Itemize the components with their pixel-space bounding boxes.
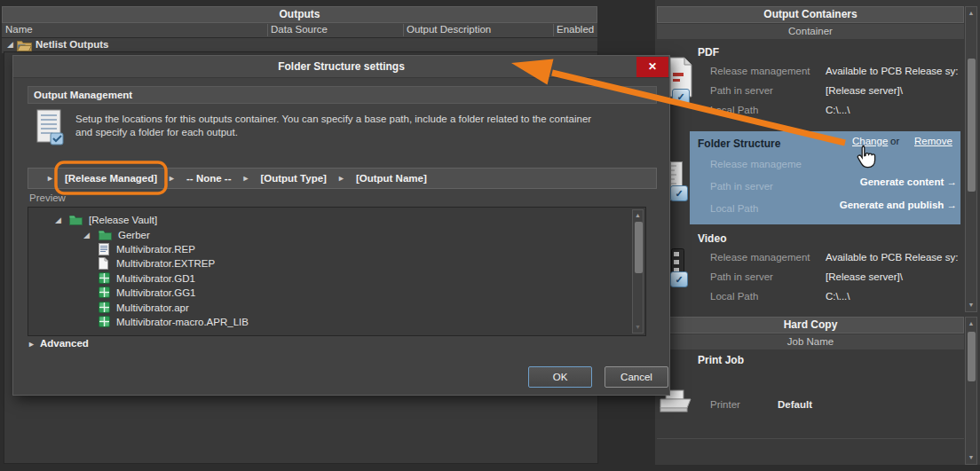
gerber-file-icon <box>99 316 110 331</box>
video-release-management-value[interactable]: Available to PCB Release sy: <box>826 252 958 263</box>
advanced-expander[interactable]: ►Advanced <box>28 338 89 349</box>
chevron-right-icon[interactable]: ► <box>337 174 345 183</box>
outputs-panel-header: Outputs <box>2 6 597 23</box>
scrollbar-thumb[interactable] <box>968 59 976 192</box>
video-release-management-label: Release management <box>710 252 810 263</box>
scroll-up-icon[interactable]: ▲ <box>966 318 976 329</box>
scrollbar-thumb[interactable] <box>968 332 976 381</box>
tree-item-gg1[interactable]: Multivibrator.GG1 <box>28 286 645 300</box>
dialog-description: Setup the locations for this outputs con… <box>75 113 644 139</box>
chevron-right-icon: ► <box>28 340 36 349</box>
chevron-right-icon[interactable]: ► <box>168 174 176 183</box>
scroll-up-icon[interactable]: ▲ <box>633 210 643 221</box>
tree-item-label: Multivibrator.GD1 <box>116 271 195 286</box>
outputs-row-label: Netlist Outputs <box>36 39 108 50</box>
description-line-2: and specify a folder for each output. <box>75 126 644 139</box>
expander-icon[interactable]: ◢ <box>83 228 90 242</box>
scroll-down-icon[interactable]: ▼ <box>966 300 976 310</box>
tree-item-gd1[interactable]: Multivibrator.GD1 <box>28 271 645 286</box>
description-line-1: Setup the locations for this outputs con… <box>75 113 644 126</box>
containers-scrollbar[interactable]: ▲ ▼ <box>965 6 977 312</box>
video-path-in-server-value[interactable]: [Release server]\ <box>826 271 903 282</box>
path-segment-release-managed[interactable]: [Release Managed] <box>65 173 157 184</box>
tree-item-label: Gerber <box>118 228 150 242</box>
video-path-in-server-label: Path in server <box>710 271 773 282</box>
divider <box>657 438 964 439</box>
gerber-file-icon <box>99 287 110 302</box>
pdf-local-path-label: Local Path <box>710 105 758 115</box>
video-section-title[interactable]: Video <box>698 232 726 245</box>
scroll-up-icon[interactable]: ▲ <box>966 8 976 19</box>
advanced-label: Advanced <box>40 338 89 349</box>
folder-icon <box>69 214 83 229</box>
hard-copy-scrollbar[interactable]: ▲ ▼ <box>965 317 977 465</box>
scroll-down-icon[interactable]: ▼ <box>966 452 976 463</box>
tree-item-label: Multivibrator-macro.APR_LIB <box>116 315 249 329</box>
tree-item-label: [Release Vault] <box>89 213 157 227</box>
printer-value[interactable]: Default <box>778 399 812 410</box>
tree-item-label: Multivibrator.EXTREP <box>116 256 215 271</box>
pdf-release-management-value[interactable]: Available to PCB Release sy: <box>826 66 958 76</box>
fs-path-in-server-label: Path in server <box>710 181 773 192</box>
tree-item-label: Multivibrator.REP <box>116 242 195 256</box>
tree-item-label: Multivibrator.GG1 <box>116 286 195 300</box>
output-settings-doc-icon <box>36 109 65 148</box>
pdf-path-in-server-value[interactable]: [Release server]\ <box>826 85 903 96</box>
print-job-title[interactable]: Print Job <box>698 354 744 366</box>
cancel-button[interactable]: Cancel <box>605 366 668 388</box>
folder-structure-title: Folder Structure <box>698 137 780 150</box>
expander-icon[interactable]: ◢ <box>55 213 61 227</box>
path-segment-output-name[interactable]: [Output Name] <box>356 173 427 184</box>
tree-item-label: Multivibrator.apr <box>116 301 189 315</box>
remove-link[interactable]: Remove <box>914 136 952 146</box>
output-management-section-header: Output Management <box>28 86 657 104</box>
column-output-description[interactable]: Output Description <box>407 24 491 35</box>
fs-local-path-label: Local Path <box>710 203 758 214</box>
job-name-subheader: Job Name <box>657 334 964 349</box>
printer-label: Printer <box>710 399 740 410</box>
tree-item-extrep[interactable]: Multivibrator.EXTREP <box>28 256 645 271</box>
preview-scrollbar[interactable]: ▲ ▼ <box>632 209 644 334</box>
column-enabled[interactable]: Enabled <box>557 24 594 35</box>
hand-cursor-icon <box>855 145 878 173</box>
outputs-column-header-row: Name Data Source Output Description Enab… <box>2 23 597 38</box>
scrollbar-thumb[interactable] <box>635 222 643 273</box>
chevron-right-icon[interactable]: ► <box>46 174 54 183</box>
column-name[interactable]: Name <box>5 24 33 35</box>
scroll-down-icon[interactable]: ▼ <box>633 322 643 333</box>
folder-path-bar: ► [Release Managed] ► -- None -- ► [Outp… <box>28 168 657 189</box>
folder-structure-enabled-checkbox[interactable]: ✓ <box>670 185 688 201</box>
ok-button[interactable]: OK <box>528 366 592 388</box>
column-data-source[interactable]: Data Source <box>271 24 328 35</box>
tree-item-rep[interactable]: Multivibrator.REP <box>28 242 645 256</box>
generate-and-publish-link[interactable]: Generate and publish → <box>840 200 957 210</box>
video-enabled-checkbox[interactable]: ✓ <box>670 271 688 287</box>
generate-content-link[interactable]: Generate content → <box>860 177 957 187</box>
path-segment-container-folder[interactable]: -- None -- <box>186 173 231 184</box>
container-subheader: Container <box>657 24 964 39</box>
tree-item-gerber[interactable]: ◢ Gerber <box>28 228 645 242</box>
close-button[interactable]: ✕ <box>636 57 668 77</box>
output-containers-header: Output Containers <box>657 6 964 23</box>
expander-icon[interactable]: ◢ <box>7 40 13 49</box>
fs-release-management-label: Release manageme <box>710 159 802 169</box>
hard-copy-header: Hard Copy <box>657 317 964 334</box>
column-divider <box>553 24 554 36</box>
tree-item-apr-lib[interactable]: Multivibrator-macro.APR_LIB <box>28 315 645 329</box>
or-text: or <box>890 136 899 146</box>
tree-item-release-vault[interactable]: ◢ [Release Vault] <box>28 213 645 227</box>
pdf-section-title[interactable]: PDF <box>698 46 719 59</box>
video-local-path-value[interactable]: C:\...\ <box>826 291 850 302</box>
dialog-title[interactable]: Folder Structure settings <box>13 56 669 78</box>
preview-label: Preview <box>29 192 66 203</box>
tree-item-apr[interactable]: Multivibrator.apr <box>28 301 645 315</box>
column-divider <box>267 24 268 36</box>
column-divider <box>403 24 404 36</box>
path-segment-output-type[interactable]: [Output Type] <box>260 173 327 184</box>
folder-structure-settings-dialog: Folder Structure settings ✕ Output Manag… <box>12 55 670 396</box>
pdf-local-path-value[interactable]: C:\...\ <box>826 105 850 115</box>
pdf-enabled-checkbox[interactable]: ✓ <box>672 89 690 105</box>
preview-tree: ◢ [Release Vault] ◢ Gerber Multivibrator… <box>28 207 646 336</box>
chevron-right-icon[interactable]: ► <box>242 174 250 183</box>
altium-outputs-screen: Outputs Name Data Source Output Descript… <box>0 0 980 471</box>
